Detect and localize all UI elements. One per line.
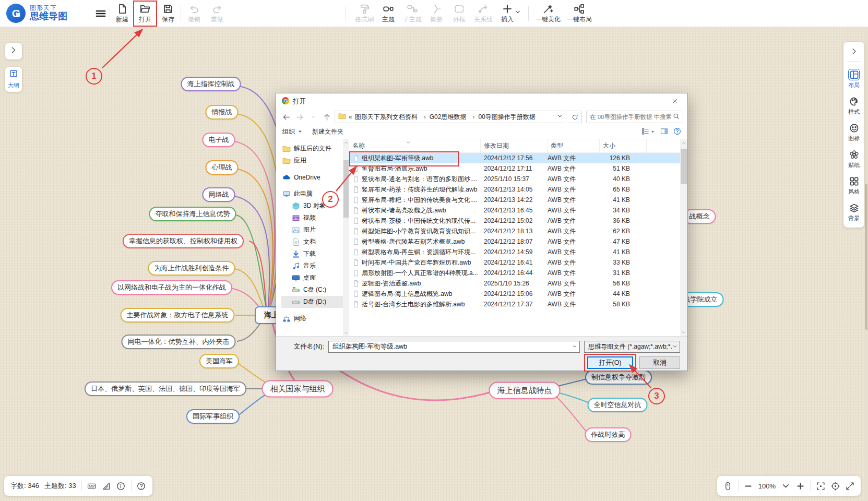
nav-item[interactable]: 音乐: [281, 260, 343, 272]
filename-input[interactable]: 组织架构图-军衔等级.awb: [328, 341, 580, 353]
toolbar-button[interactable]: 概要: [426, 2, 447, 26]
organize-button[interactable]: 组织: [282, 127, 303, 136]
mindmap-node[interactable]: 海上信息战特点: [489, 382, 561, 399]
toolbar-button[interactable]: 主题: [378, 2, 399, 26]
filetype-filter-select[interactable]: 思维导图文件 (*.agaw;*.awb;*.: [584, 341, 680, 353]
file-row[interactable]: 扇形放射图-一个人真正靠谱的4种表现.a... 2024/12/12 16:44…: [349, 268, 680, 278]
right-rail-item[interactable]: 贴纸: [848, 149, 860, 169]
toolbar-button[interactable]: 撤销: [184, 2, 205, 26]
fit-screen-icon[interactable]: [816, 481, 825, 491]
search-input[interactable]: 在 00导图操作手册数据 中搜索: [586, 111, 683, 123]
toolbar-button[interactable]: 新建: [112, 2, 133, 26]
breadcrumb-part[interactable]: 图形天下系列文档资料: [355, 113, 418, 122]
mindmap-node[interactable]: 网络战: [203, 187, 235, 202]
help-icon[interactable]: [137, 481, 146, 491]
mindmap-node[interactable]: 美国海军: [199, 354, 239, 368]
toolbar-button[interactable]: 子主题: [401, 2, 424, 26]
file-row[interactable]: 鱼骨图布局-潘展乐.awb 2024/12/12 17:11 AWB 文件 51…: [349, 163, 680, 174]
mindmap-node[interactable]: 夺取和保持海上信息优势: [149, 207, 236, 221]
list-scrollbar[interactable]: [680, 139, 687, 336]
column-header[interactable]: 类型: [548, 139, 600, 152]
nav-item[interactable]: 网络: [281, 313, 343, 325]
nav-item[interactable]: 图片: [281, 224, 343, 236]
scroll-down-icon[interactable]: [343, 330, 349, 336]
page-scrollbar[interactable]: [864, 27, 868, 501]
file-row[interactable]: 竖状布局-通名与别名：语言的多彩面纱.... 2025/1/10 15:37 A…: [349, 174, 680, 184]
toolbar-button[interactable]: 打开: [135, 2, 156, 26]
file-row[interactable]: 竖屏布局-糌粑：中国的传统美食与文化.... 2024/12/13 14:22 …: [349, 195, 680, 205]
mindmap-node[interactable]: 作战时效高: [585, 427, 632, 442]
outline-button[interactable]: 大纲: [5, 67, 22, 92]
mindmap-node[interactable]: 情报战: [206, 105, 239, 120]
nav-item[interactable]: 此电脑: [281, 188, 343, 200]
ruler-icon[interactable]: [102, 481, 111, 491]
file-row[interactable]: 树型表格布局-再生铜：资源循环与环境... 2024/12/12 14:59 A…: [349, 247, 680, 257]
scrollbar-thumb[interactable]: [681, 149, 687, 184]
mindmap-node[interactable]: 以网络战和电子战为主的一体化作战: [111, 280, 232, 295]
mindmap-node[interactable]: 为海上作战胜利创造条件: [148, 261, 235, 276]
right-rail-item[interactable]: 背景: [848, 202, 860, 222]
fullscreen-icon[interactable]: [845, 481, 854, 491]
file-row[interactable]: 树状布局-茶楼：中国传统文化的现代传... 2024/12/12 15:02 A…: [349, 216, 680, 226]
toolbar-button[interactable]: 一键布局: [565, 2, 594, 26]
mindmap-node[interactable]: 掌握信息的获取权、控制权和使用权: [123, 234, 244, 248]
right-rail-item[interactable]: 样式: [848, 96, 860, 116]
zoom-out-icon[interactable]: [744, 481, 753, 491]
file-row[interactable]: 树状布局-诸葛亮攻魏之战.awb 2024/12/13 16:45 AWB 文件…: [349, 205, 680, 216]
column-header[interactable]: 大小: [600, 139, 647, 152]
collapse-panel-button[interactable]: [850, 45, 858, 59]
toolbar-button[interactable]: 一键美化: [533, 2, 563, 26]
nav-item[interactable]: D盘 (D:): [281, 296, 343, 308]
toolbar-button[interactable]: 保存: [158, 2, 179, 26]
nav-item[interactable]: 应用: [281, 154, 343, 166]
mindmap-node[interactable]: 心理战: [206, 160, 239, 175]
mindmap-node[interactable]: 国际军事组织: [186, 409, 240, 424]
file-row[interactable]: 逻辑图-资治通鉴.awb 2025/1/10 15:26 AWB 文件 56 K…: [349, 278, 680, 289]
chevron-down-icon[interactable]: [557, 113, 563, 121]
toolbar-button[interactable]: 格式刷: [353, 2, 376, 26]
new-folder-button[interactable]: 新建文件夹: [312, 127, 343, 136]
scrollbar-thumb[interactable]: [865, 184, 867, 330]
mindmap-node[interactable]: 全时空信息对抗: [588, 398, 648, 412]
file-row[interactable]: 组织架构图-军衔等级.awb 2024/12/12 17:56 AWB 文件 1…: [349, 153, 680, 163]
right-rail-item[interactable]: 风格: [848, 175, 860, 196]
nav-item[interactable]: 3D 对象: [281, 200, 343, 212]
nav-scrollbar[interactable]: [343, 139, 349, 336]
dialog-titlebar[interactable]: 打开: [276, 93, 687, 109]
breadcrumb-part[interactable]: G02思维数据: [420, 113, 467, 122]
help-icon[interactable]: [673, 127, 681, 137]
nav-item[interactable]: 文档: [281, 236, 343, 248]
keyboard-icon[interactable]: [87, 481, 97, 491]
scrollbar-thumb[interactable]: [343, 160, 349, 218]
chevron-down-icon[interactable]: [572, 343, 577, 351]
file-row[interactable]: 竖屏布局-药茶：传统养生的现代解读.awb 2024/12/13 14:05 A…: [349, 184, 680, 195]
nav-item[interactable]: C盘 (C:): [281, 284, 343, 296]
up-icon[interactable]: [321, 111, 332, 123]
expand-panel-button[interactable]: [5, 43, 22, 59]
mindmap-node[interactable]: 制信息权争夺激烈: [585, 370, 652, 385]
cancel-button[interactable]: 取消: [639, 356, 680, 369]
file-row[interactable]: 时间布局-中国共产党百年辉煌历程.awb 2024/12/12 16:41 AW…: [349, 257, 680, 268]
toolbar-button[interactable]: 重做: [207, 2, 228, 26]
mindmap-node[interactable]: 相关国家与组织: [262, 380, 334, 398]
column-header[interactable]: 修改日期: [481, 139, 548, 152]
mindmap-node[interactable]: 日本、俄罗斯、英国、法国、德国、印度等国海军: [85, 381, 246, 396]
refresh-icon[interactable]: [568, 111, 582, 123]
mindmap-node[interactable]: 电子战: [203, 133, 235, 147]
nav-item[interactable]: OneDrive: [281, 171, 343, 183]
scroll-up-icon[interactable]: [343, 139, 349, 146]
zoom-in-icon[interactable]: [795, 481, 805, 491]
view-mode-button[interactable]: [641, 127, 655, 137]
file-row[interactable]: 树型表格-唐代陵墓石刻艺术概览.awb 2024/12/12 18:07 AWB…: [349, 236, 680, 247]
toolbar-button[interactable]: 插入: [497, 2, 518, 26]
scroll-up-icon[interactable]: [680, 139, 687, 147]
mindmap-node[interactable]: 海上指挥控制战: [181, 77, 241, 91]
right-rail-item[interactable]: 图标: [848, 122, 860, 142]
breadcrumb[interactable]: « 图形天下系列文档资料 G02思维数据 00导图操作手册数据: [335, 111, 566, 123]
mouse-icon[interactable]: [723, 481, 733, 491]
scroll-down-icon[interactable]: [680, 329, 687, 336]
toolbar-button[interactable]: 关系线: [472, 2, 495, 26]
file-row[interactable]: 括号图-台湾乡土电影的多维解析.awb 2024/12/12 17:37 AWB…: [349, 299, 680, 309]
nav-item[interactable]: 下载: [281, 248, 343, 260]
toolbar-button[interactable]: 外框: [449, 2, 470, 26]
